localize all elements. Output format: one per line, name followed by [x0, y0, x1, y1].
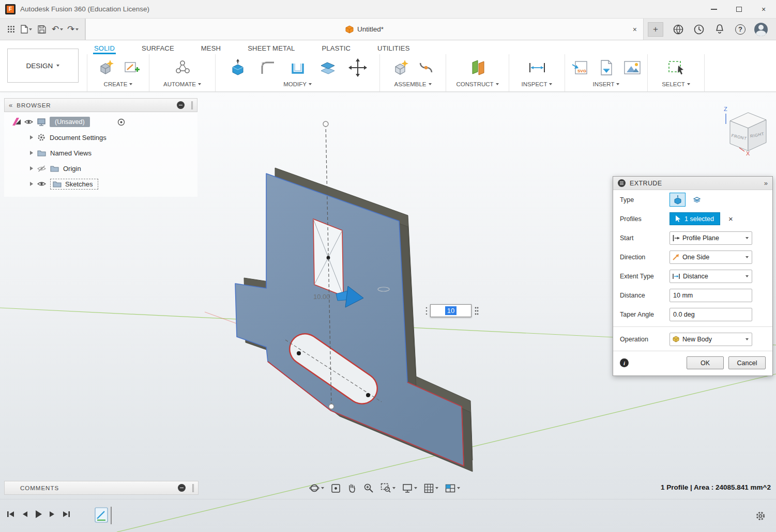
construct-plane-button[interactable]	[467, 56, 488, 79]
extent-type-dropdown[interactable]: Distance	[670, 270, 752, 283]
joint-button[interactable]	[416, 56, 436, 79]
distance-input[interactable]	[670, 289, 752, 302]
browser-item-named-views[interactable]: Named Views	[4, 145, 197, 161]
browser-item-sketches[interactable]: Sketches	[4, 176, 197, 192]
ok-button[interactable]: OK	[687, 356, 724, 369]
browser-options-icon[interactable]	[177, 101, 185, 109]
expander-icon[interactable]	[30, 151, 33, 155]
tab-surface[interactable]: SURFACE	[141, 43, 175, 54]
timeline-sketch-feature[interactable]	[95, 506, 108, 526]
expander-icon[interactable]	[30, 135, 33, 139]
group-dropdown-automate[interactable]: AUTOMATE	[163, 81, 201, 87]
group-dropdown-select[interactable]: SELECT	[662, 81, 690, 87]
collapse-panel-icon[interactable]: «	[9, 101, 12, 109]
offset-faces-button[interactable]	[317, 56, 338, 79]
model-front-face[interactable]	[235, 174, 464, 466]
step-back-button[interactable]	[21, 510, 28, 518]
automate-button[interactable]	[172, 56, 193, 79]
viewports-button[interactable]	[445, 484, 460, 493]
visibility-eye-icon[interactable]	[24, 119, 33, 125]
drag-handle-icon[interactable]	[474, 305, 480, 317]
group-dropdown-assemble[interactable]: ASSEMBLE	[394, 81, 432, 87]
clear-selection-button[interactable]: ×	[728, 214, 733, 223]
insert-svg-button[interactable]: SVG	[570, 56, 591, 79]
panel-grip[interactable]	[191, 101, 193, 109]
help-button[interactable]: ?	[733, 22, 748, 37]
group-dropdown-create[interactable]: CREATE	[104, 81, 133, 87]
direction-dropdown[interactable]: One Side	[670, 251, 752, 264]
orbit-button[interactable]	[309, 483, 324, 493]
group-dropdown-inspect[interactable]: INSPECT	[522, 81, 553, 87]
dimension-input[interactable]: 10	[430, 304, 471, 317]
grid-settings-button[interactable]	[424, 483, 438, 493]
panel-grip[interactable]	[192, 484, 194, 492]
profiles-selected-button[interactable]: 1 selected	[670, 212, 720, 225]
redo-button[interactable]: ↷	[66, 22, 80, 37]
create-form-button[interactable]	[95, 56, 116, 79]
comments-header[interactable]: COMMENTS	[4, 481, 199, 495]
group-dropdown-modify[interactable]: MODIFY	[283, 81, 312, 87]
operation-dropdown[interactable]: New Body	[670, 333, 752, 346]
app-grid-button[interactable]	[4, 22, 18, 37]
browser-item-document-settings[interactable]: Document Settings	[4, 130, 197, 145]
fit-button[interactable]	[381, 483, 395, 493]
new-tab-button[interactable]: +	[648, 22, 663, 37]
move-copy-button[interactable]	[347, 56, 368, 79]
notifications-button[interactable]	[712, 22, 727, 37]
group-dropdown-construct[interactable]: CONSTRUCT	[456, 81, 498, 87]
select-button[interactable]	[666, 56, 687, 79]
display-settings-button[interactable]	[402, 483, 417, 493]
extrude-dialog-header[interactable]: EXTRUDE »	[613, 177, 772, 190]
tab-solid[interactable]: SOLID	[93, 43, 116, 54]
workspace-selector[interactable]: DESIGN	[7, 49, 79, 83]
look-at-button[interactable]	[331, 483, 341, 493]
insert-decal-button[interactable]	[622, 56, 643, 79]
job-status-button[interactable]	[691, 22, 707, 37]
expander-icon[interactable]	[30, 182, 33, 186]
save-button[interactable]	[35, 22, 49, 37]
press-pull-button[interactable]	[227, 56, 248, 79]
tab-sheet-metal[interactable]: SHEET METAL	[247, 43, 296, 54]
visibility-eye-icon[interactable]	[37, 181, 46, 187]
extensions-button[interactable]	[671, 22, 686, 37]
pan-button[interactable]	[347, 483, 357, 493]
comments-options-icon[interactable]	[178, 484, 186, 492]
group-dropdown-insert[interactable]: INSERT	[593, 81, 620, 87]
create-sketch-button[interactable]	[121, 56, 142, 79]
document-name[interactable]: (Unsaved)	[50, 117, 90, 127]
undo-button[interactable]: ↶	[51, 22, 64, 37]
file-menu-button[interactable]	[20, 22, 33, 37]
expander-icon[interactable]	[30, 166, 33, 170]
close-button[interactable]: ×	[751, 0, 776, 18]
fillet-button[interactable]	[257, 56, 278, 79]
timeline-position-marker[interactable]	[111, 507, 112, 524]
drag-handle-icon[interactable]	[425, 306, 428, 316]
tab-plastic[interactable]: PLASTIC	[321, 43, 352, 54]
start-dropdown[interactable]: Profile Plane	[670, 231, 752, 245]
browser-header[interactable]: « BROWSER	[4, 98, 197, 112]
info-icon[interactable]: i	[620, 358, 629, 367]
sketches-selection[interactable]: Sketches	[50, 179, 98, 190]
go-to-end-button[interactable]	[62, 510, 71, 518]
view-cube[interactable]: Z FRONT RIGHT X	[718, 104, 774, 158]
visibility-off-eye-icon[interactable]	[37, 165, 46, 172]
step-forward-button[interactable]	[49, 510, 56, 518]
view-cube-icon[interactable]: Z FRONT RIGHT X	[718, 104, 774, 158]
activate-target-icon[interactable]	[117, 118, 125, 126]
shell-button[interactable]	[287, 56, 308, 79]
new-component-button[interactable]	[390, 56, 410, 79]
cancel-button[interactable]: Cancel	[728, 356, 766, 369]
browser-item-origin[interactable]: Origin	[4, 161, 197, 176]
sketch-profile-rectangle[interactable]	[313, 219, 343, 296]
extrude-type-solid-button[interactable]	[670, 193, 686, 207]
timeline-options-button[interactable]	[755, 511, 766, 523]
insert-mesh-button[interactable]	[596, 56, 617, 79]
zoom-button[interactable]	[363, 483, 374, 493]
tab-utilities[interactable]: UTILITIES	[376, 43, 410, 54]
go-to-start-button[interactable]	[6, 510, 15, 518]
dialog-menu-icon[interactable]	[618, 179, 626, 187]
taper-angle-input[interactable]	[670, 308, 752, 321]
maximize-button[interactable]	[726, 0, 751, 18]
measure-button[interactable]	[527, 56, 547, 79]
minimize-button[interactable]	[702, 0, 726, 18]
